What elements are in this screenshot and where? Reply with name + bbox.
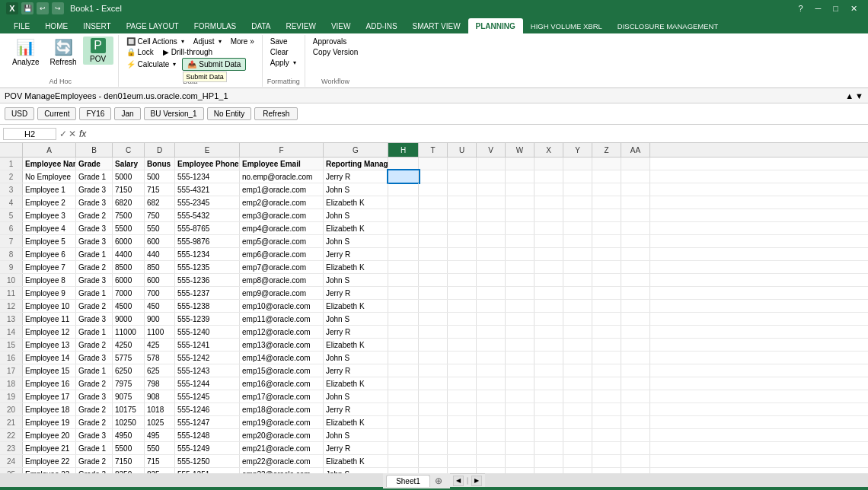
cell[interactable] <box>535 261 563 273</box>
table-row[interactable]: 14Employee 12Grade 1110001100555-1240emp… <box>0 326 868 339</box>
cell[interactable]: Elizabeth K <box>324 377 388 390</box>
cell[interactable]: 555-9876 <box>175 235 240 247</box>
col-header-y[interactable]: Y <box>563 143 592 157</box>
approvals-button[interactable]: Approvals <box>310 37 349 46</box>
cell[interactable]: Employee 9 <box>23 287 76 299</box>
cell[interactable] <box>535 235 563 247</box>
col-header-aa[interactable]: AA <box>621 143 650 157</box>
table-row[interactable]: 22Employee 20Grade 34950495555-1248emp20… <box>0 429 868 442</box>
cell[interactable]: John S <box>324 274 388 286</box>
cell[interactable]: John S <box>324 429 388 441</box>
cell[interactable]: Employee 3 <box>23 209 76 221</box>
cell[interactable] <box>448 158 477 170</box>
cell[interactable] <box>535 170 563 183</box>
cell[interactable] <box>506 235 535 247</box>
cell[interactable] <box>506 222 535 234</box>
cell[interactable]: 715 <box>145 455 175 467</box>
cell[interactable] <box>419 158 448 170</box>
cell[interactable] <box>563 222 592 234</box>
cell[interactable] <box>419 377 448 390</box>
cell[interactable]: Employee 19 <box>23 416 76 428</box>
tab-planning[interactable]: PLANNING <box>468 18 523 33</box>
cell[interactable]: Employee Email <box>240 158 324 170</box>
cell[interactable] <box>388 196 419 208</box>
cell[interactable] <box>506 313 535 325</box>
cell[interactable] <box>535 390 563 402</box>
cell[interactable] <box>592 170 621 183</box>
col-header-w[interactable]: W <box>506 143 535 157</box>
cell[interactable]: 555-1251 <box>175 468 240 473</box>
cell[interactable]: Jerry R <box>324 287 388 299</box>
cell[interactable]: emp5@oracle.com <box>240 235 324 247</box>
cell[interactable]: emp11@oracle.com <box>240 313 324 325</box>
cell[interactable] <box>592 352 621 364</box>
cell[interactable]: Grade 3 <box>76 429 113 441</box>
cell[interactable]: Grade 3 <box>76 352 113 364</box>
cell[interactable] <box>563 158 592 170</box>
cell[interactable] <box>592 158 621 170</box>
cell[interactable]: 550 <box>145 222 175 234</box>
tab-addins[interactable]: ADD-INS <box>358 18 404 33</box>
cell[interactable] <box>535 352 563 364</box>
cell[interactable] <box>388 416 419 428</box>
cell[interactable] <box>506 248 535 260</box>
cell[interactable]: Grade 2 <box>76 300 113 312</box>
cell[interactable] <box>592 300 621 312</box>
cell[interactable] <box>388 377 419 390</box>
table-row[interactable]: 17Employee 15Grade 16250625555-1243emp15… <box>0 364 868 377</box>
cell[interactable] <box>419 326 448 338</box>
cell[interactable]: 440 <box>145 248 175 260</box>
cell[interactable]: 10250 <box>113 416 145 428</box>
cell[interactable]: Grade 3 <box>76 222 113 234</box>
pov-button[interactable]: P POV <box>83 37 113 65</box>
col-header-a[interactable]: A <box>23 143 76 157</box>
filter-no-entity[interactable]: No Entity <box>207 107 252 120</box>
filter-usd[interactable]: USD <box>5 107 34 120</box>
cell[interactable] <box>563 339 592 351</box>
cell[interactable]: 682 <box>145 196 175 208</box>
cell-reference-box[interactable] <box>3 128 56 140</box>
cell[interactable] <box>563 170 592 183</box>
cell[interactable]: 750 <box>145 209 175 221</box>
refresh-button[interactable]: 🔄 Refresh <box>46 37 81 68</box>
cell[interactable] <box>621 377 650 390</box>
cell[interactable] <box>477 339 506 351</box>
cell[interactable] <box>419 183 448 196</box>
cell[interactable] <box>419 196 448 208</box>
cell[interactable] <box>419 313 448 325</box>
cell[interactable] <box>535 403 563 415</box>
cell[interactable] <box>621 339 650 351</box>
cell[interactable]: Jerry R <box>324 248 388 260</box>
cell[interactable] <box>535 248 563 260</box>
cell[interactable] <box>388 274 419 286</box>
tab-home[interactable]: HOME <box>37 18 75 33</box>
cell[interactable] <box>419 390 448 402</box>
redo-quick-icon[interactable]: ↪ <box>52 2 64 14</box>
cell[interactable] <box>477 326 506 338</box>
cell[interactable]: Employee 10 <box>23 300 76 312</box>
col-header-z[interactable]: Z <box>592 143 621 157</box>
cell[interactable] <box>535 326 563 338</box>
cell[interactable]: Jerry R <box>324 403 388 415</box>
table-row[interactable]: 6Employee 4Grade 35500550555-8765emp4@or… <box>0 222 868 235</box>
cell[interactable]: 10175 <box>113 403 145 415</box>
cell[interactable]: Employee 6 <box>23 248 76 260</box>
cell[interactable] <box>535 339 563 351</box>
cell[interactable] <box>621 429 650 441</box>
cell[interactable]: emp1@oracle.com <box>240 183 324 196</box>
cell[interactable]: emp18@oracle.com <box>240 403 324 415</box>
tab-page-layout[interactable]: PAGE LAYOUT <box>119 18 187 33</box>
cell[interactable]: Grade 2 <box>76 377 113 390</box>
cell[interactable]: Grade 2 <box>76 339 113 351</box>
cell[interactable]: 8500 <box>113 261 145 273</box>
cell[interactable]: Grade 3 <box>76 274 113 286</box>
table-row[interactable]: 24Employee 22Grade 27150715555-1250emp22… <box>0 455 868 468</box>
cell[interactable]: 555-1235 <box>175 261 240 273</box>
minimize-btn[interactable]: ─ <box>811 4 826 14</box>
cell[interactable]: Employee Phone <box>175 158 240 170</box>
cell[interactable] <box>592 274 621 286</box>
cell[interactable] <box>592 377 621 390</box>
cell[interactable]: Employee 20 <box>23 429 76 441</box>
cell[interactable] <box>477 313 506 325</box>
tab-file[interactable]: FILE <box>6 18 37 33</box>
